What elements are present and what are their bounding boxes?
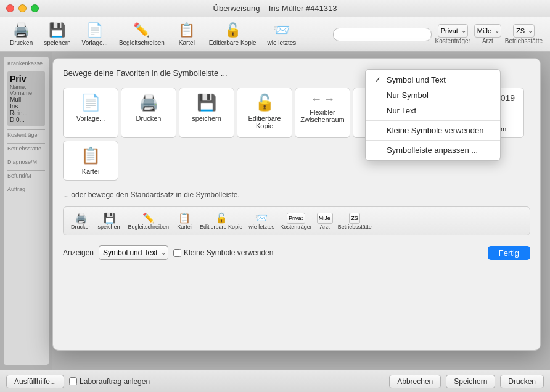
anzeigen-select[interactable]: Symbol und Text Nur Symbol Nur Text <box>99 245 168 260</box>
preview-wie-letztes-label: wie letztes <box>248 224 274 230</box>
laborauftrag-text: Laborauftrag anlegen <box>80 377 150 386</box>
statusbar: Ausfüllhilfe... Laborauftrag anlegen Abb… <box>0 370 550 392</box>
preview-speichern-icon: 💾 <box>104 212 116 224</box>
icon-kartei[interactable]: 📋 Kartei <box>63 141 118 181</box>
status-right-buttons: Abbrechen Speichern Drucken <box>389 375 544 388</box>
preview-arzt[interactable]: MiJe Arzt <box>317 213 333 230</box>
icon-speichern[interactable]: 💾 speichern <box>179 88 234 138</box>
drucken-drag-icon: 🖨️ <box>139 93 158 112</box>
toolbar-wie-letztes-label: wie letztes <box>268 39 297 46</box>
preview-betriebsstaette-label: Betriebsstätte <box>338 224 372 230</box>
preview-betriebsstaette[interactable]: ZS Betriebsstätte <box>338 213 372 230</box>
wie-letztes-icon: 📨 <box>273 22 290 38</box>
preview-betriebsstaette-select[interactable]: ZS <box>349 213 360 224</box>
kleine-symbole-label: Kleine Symbole verwenden <box>184 248 273 257</box>
dropdown-separator-2 <box>366 140 500 141</box>
ausfuellhilfe-button[interactable]: Ausfüllhilfe... <box>6 375 64 388</box>
toolbar-speichern-label: speichern <box>44 39 70 46</box>
toolbar-vorlage-label: Vorlage... <box>82 39 108 46</box>
dropdown-symbolleiste-anpassen[interactable]: Symbolleiste anpassen ... <box>366 142 500 158</box>
dropdown-separator-1 <box>366 120 500 121</box>
divider-text: ... oder bewege den Standardsatz in die … <box>63 190 530 199</box>
window-title: Überweisung – Iris Müller #441313 <box>213 4 337 13</box>
toolbar: 🖨️ Drucken 💾 speichern 📄 Vorlage... ✏️ B… <box>0 17 550 52</box>
preview-arzt-select[interactable]: MiJe <box>317 213 333 224</box>
abbrechen-button[interactable]: Abbrechen <box>389 375 441 388</box>
preview-kostentraeger-select[interactable]: Privat <box>287 213 305 224</box>
minimize-button[interactable] <box>18 4 27 12</box>
toolbar-search[interactable] <box>333 28 432 41</box>
toolbar-preview: 🖨️ Drucken 💾 speichern ✏️ Begleitschreib… <box>63 206 530 235</box>
toolbar-editierbare-kopie-label: Editierbare Kopie <box>209 39 257 46</box>
icon-drucken[interactable]: 🖨️ Drucken <box>121 88 176 138</box>
dropdown-menu: ✓ Symbol und Text Nur Symbol Nur Text Kl… <box>365 69 501 161</box>
preview-editierbare-kopie-label: Editierbare Kopie <box>200 224 242 230</box>
toolbar-drucken[interactable]: 🖨️ Drucken <box>5 20 38 49</box>
icon-vorlage[interactable]: 📄 Vorlage... <box>63 88 118 138</box>
preview-speichern-label: speichern <box>98 224 122 230</box>
dropdown-nur-symbol[interactable]: Nur Symbol <box>366 88 500 103</box>
window-controls <box>6 4 39 12</box>
preview-speichern[interactable]: 💾 speichern <box>96 211 125 231</box>
kartei-drag-label: Kartei <box>82 168 100 175</box>
dropdown-symbol-und-text-label: Symbol und Text <box>387 75 446 84</box>
toolbar-vorlage[interactable]: 📄 Vorlage... <box>77 20 113 49</box>
betriebsstaette-select[interactable]: ZS <box>513 24 535 38</box>
editierbare-kopie-icon: 🔓 <box>224 22 241 38</box>
preview-kostentraeger[interactable]: Privat Kostenträger <box>280 213 312 230</box>
toolbar-editierbare-kopie[interactable]: 🔓 Editierbare Kopie <box>204 20 261 49</box>
preview-begleitschreiben-icon: ✏️ <box>142 212 155 224</box>
vorlage-drag-icon: 📄 <box>81 93 101 112</box>
dropdown-kleine-symbole-label: Kleine Symbole verwenden <box>387 126 484 135</box>
preview-kartei[interactable]: 📋 Kartei <box>173 211 196 231</box>
kostentraeger-label: Kostenträger <box>435 38 470 44</box>
dropdown-kleine-symbole[interactable]: Kleine Symbole verwenden <box>366 123 500 138</box>
drucken-bottom-button[interactable]: Drucken <box>500 375 544 388</box>
dropdown-symbol-und-text[interactable]: ✓ Symbol und Text <box>366 72 500 88</box>
preview-drucken-label: Drucken <box>71 224 92 230</box>
kostentraeger-select[interactable]: Privat <box>438 24 468 38</box>
icon-flexibler-zwischenraum[interactable]: ← → Flexibler Zwischenraum <box>295 88 350 138</box>
laborauftrag-label[interactable]: Laborauftrag anlegen <box>69 377 150 386</box>
vorlage-drag-label: Vorlage... <box>76 115 105 122</box>
preview-drucken-icon: 🖨️ <box>75 212 88 224</box>
dropdown-nur-symbol-label: Nur Symbol <box>387 91 429 100</box>
dropdown-nur-text[interactable]: Nur Text <box>366 103 500 118</box>
toolbar-wie-letztes[interactable]: 📨 wie letztes <box>263 20 302 49</box>
modal-footer: Anzeigen Symbol und Text Nur Symbol Nur … <box>63 245 530 260</box>
maximize-button[interactable] <box>31 4 39 12</box>
toolbar-begleitschreiben[interactable]: ✏️ Begleitschreiben <box>114 20 170 49</box>
arzt-select[interactable]: MiJe <box>474 24 501 38</box>
print-icon: 🖨️ <box>13 22 30 38</box>
toolbar-begleitschreiben-label: Begleitschreiben <box>119 39 165 46</box>
preview-wie-letztes[interactable]: 📨 wie letztes <box>246 211 277 231</box>
preview-kartei-label: Kartei <box>177 224 192 230</box>
editierbare-kopie-drag-icon: 🔓 <box>255 93 274 112</box>
laborauftrag-checkbox[interactable] <box>69 377 77 385</box>
anzeigen-wrapper[interactable]: Symbol und Text Nur Symbol Nur Text <box>99 245 168 260</box>
icon-editierbare-kopie[interactable]: 🔓 Editierbare Kopie <box>237 88 292 138</box>
anzeigen-label: Anzeigen <box>63 248 94 257</box>
close-button[interactable] <box>6 4 14 12</box>
main-area: Krankenkasse Priv Name, Vorname MüllIris… <box>0 52 550 370</box>
preview-editierbare-kopie[interactable]: 🔓 Editierbare Kopie <box>197 211 245 231</box>
preview-kartei-icon: 📋 <box>178 212 191 224</box>
kleine-symbole-checkbox-label[interactable]: Kleine Symbole verwenden <box>173 248 273 257</box>
toolbar-speichern[interactable]: 💾 speichern <box>39 20 75 49</box>
preview-begleitschreiben[interactable]: ✏️ Begleitschreiben <box>126 211 172 231</box>
betriebsstaette-label: Betriebsstätte <box>505 38 543 44</box>
toolbar-kartei-label: Kartei <box>179 39 195 46</box>
speichern-drag-icon: 💾 <box>197 93 216 112</box>
fertig-button[interactable]: Fertig <box>488 246 530 260</box>
preview-kostentraeger-label: Kostenträger <box>280 224 312 230</box>
toolbar-kartei[interactable]: 📋 Kartei <box>171 20 203 49</box>
kleine-symbole-checkbox[interactable] <box>173 249 181 257</box>
preview-begleitschreiben-label: Begleitschreiben <box>128 224 170 230</box>
toolbar-drucken-label: Drucken <box>10 39 33 46</box>
speichern-button[interactable]: Speichern <box>446 375 495 388</box>
drucken-drag-label: Drucken <box>136 115 162 122</box>
preview-drucken[interactable]: 🖨️ Drucken <box>68 211 94 231</box>
preview-editierbare-kopie-icon: 🔓 <box>215 212 228 224</box>
dropdown-nur-text-label: Nur Text <box>387 106 416 115</box>
kartei-drag-icon: 📋 <box>81 146 101 165</box>
